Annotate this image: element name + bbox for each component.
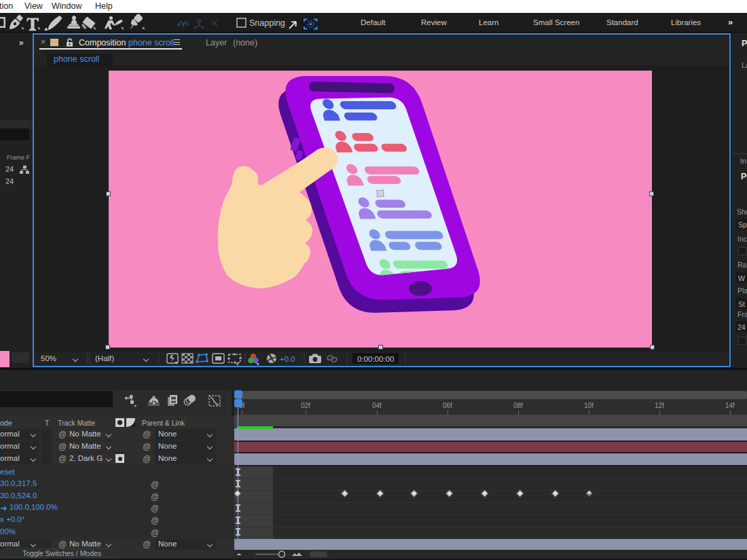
svg-text:0:00:00:00: 0:00:00:00: [357, 355, 394, 363]
svg-text:Snapping: Snapping: [249, 18, 285, 28]
svg-text:+0.0: +0.0: [280, 355, 295, 363]
